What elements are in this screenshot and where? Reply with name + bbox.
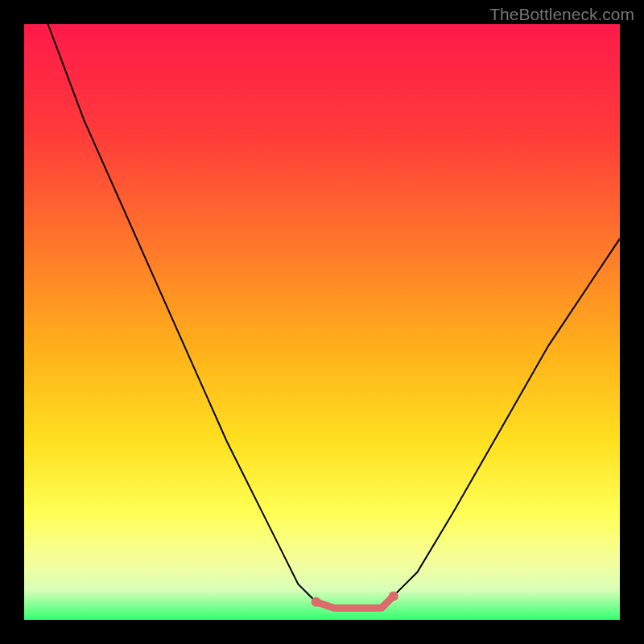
highlight-endpoint [389,591,398,601]
watermark-text: TheBottleneck.com [489,5,634,24]
gradient-background [24,24,620,620]
highlight-endpoint [312,597,321,607]
bottleneck-chart [24,24,620,620]
